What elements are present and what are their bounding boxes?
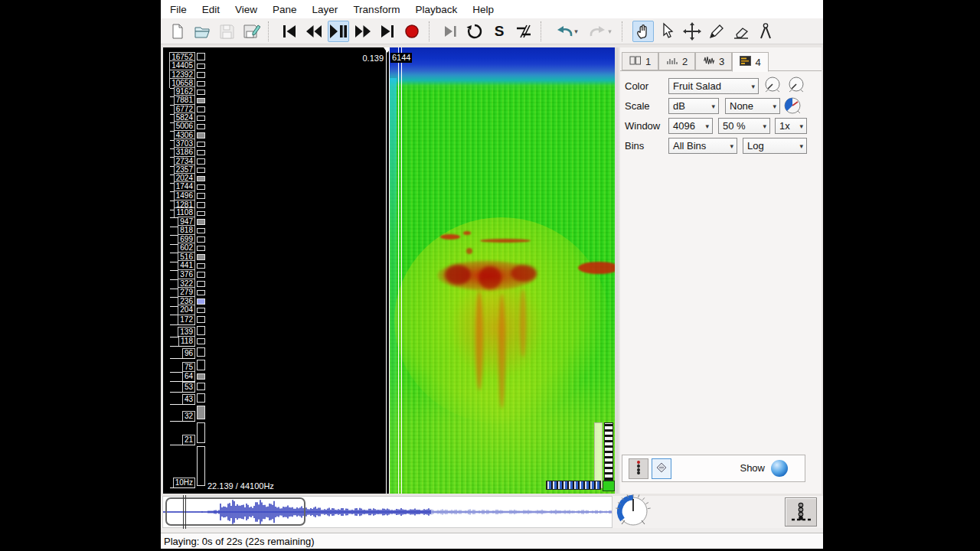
window-select-1[interactable]: 4096▾ [668, 118, 713, 134]
spectrogram-hotspot [475, 291, 483, 390]
scale-select-1[interactable]: dB▾ [668, 98, 719, 114]
menu-help[interactable]: Help [465, 2, 501, 18]
piano-key [197, 168, 205, 173]
color-knob[interactable] [763, 76, 782, 99]
dots-layer-button[interactable] [629, 458, 648, 479]
playback-speed-knob[interactable] [616, 494, 652, 533]
play-selection-button[interactable] [439, 21, 461, 42]
menu-pane[interactable]: Pane [265, 2, 305, 18]
overview-play-cursor[interactable] [183, 495, 186, 529]
menu-transform[interactable]: Transform [345, 2, 407, 18]
freq-axis-label: 10Hz [173, 478, 195, 487]
menu-view[interactable]: View [227, 2, 265, 18]
spectrogram[interactable]: 6144 [390, 47, 615, 494]
fast-forward-button[interactable] [352, 21, 374, 42]
open-file-button[interactable] [191, 21, 213, 42]
scale-select-2[interactable]: None▾ [725, 98, 780, 114]
play-pause-button[interactable] [328, 21, 349, 42]
draw-button[interactable] [706, 21, 727, 42]
export-button[interactable] [240, 21, 262, 42]
spectrogram-pane[interactable]: 1675214405123921065891627881677258245006… [162, 47, 619, 494]
freq-axis-label: 172 [178, 315, 195, 324]
skip-start-button[interactable] [279, 21, 300, 42]
select-icon [659, 22, 676, 41]
save-button[interactable] [216, 21, 237, 42]
solo-button[interactable]: S [488, 21, 510, 42]
redo-button[interactable]: ▾ [585, 21, 616, 42]
playback-level-button[interactable] [785, 497, 817, 527]
dropdown-caret-icon[interactable]: ▾ [608, 28, 612, 35]
piano-key [197, 211, 205, 217]
freq-axis-row: 53 [170, 382, 195, 393]
loop-button[interactable] [464, 21, 485, 42]
horizontal-zoom-thumbwheel[interactable] [546, 481, 601, 490]
select-button[interactable] [657, 21, 678, 42]
prop-label-window: Window [625, 120, 660, 132]
align-button[interactable] [513, 21, 534, 42]
freq-axis-row: 32 [170, 405, 195, 422]
freq-axis-label: 279 [178, 287, 195, 297]
vertical-zoom-thumbwheel[interactable] [604, 422, 613, 481]
freq-axis-label: 64 [182, 371, 195, 381]
freq-axis-label: 96 [182, 348, 195, 358]
zoom-reset-button[interactable] [603, 481, 615, 491]
tab-pane-3[interactable]: 3 [695, 52, 732, 70]
spectrogram-hotspot [466, 248, 472, 254]
menu-file[interactable]: File [162, 2, 194, 18]
overview-waveform[interactable] [162, 496, 612, 528]
pane-right-margin [615, 47, 619, 494]
tab-pane-2[interactable]: 2 [658, 52, 695, 70]
menu-layer[interactable]: Layer [305, 2, 346, 18]
properties-panel: 1234 ColorFruit Salad▾ScaledB▾None▾Windo… [620, 47, 822, 494]
color-select-1[interactable]: Fruit Salad▾ [668, 78, 759, 94]
piano-key [197, 193, 205, 198]
piano-key [197, 308, 205, 313]
select-value: None [730, 100, 753, 112]
navigate-icon [634, 22, 652, 41]
menu-playback[interactable]: Playback [407, 2, 465, 18]
chevron-down-icon: ▾ [773, 103, 776, 110]
scale-knob[interactable] [782, 96, 804, 120]
chevron-down-icon: ▾ [799, 142, 803, 150]
tab-label: 1 [645, 56, 651, 67]
window-select-2[interactable]: 50 %▾ [718, 118, 770, 134]
prop-label-bins: Bins [625, 140, 644, 152]
skip-end-button[interactable] [377, 21, 398, 42]
tab-pane-4[interactable]: 4 [732, 52, 769, 72]
bins-select-1[interactable]: All Bins▾ [668, 138, 737, 154]
prop-label-scale: Scale [625, 100, 650, 112]
rewind-button[interactable] [303, 21, 325, 42]
piano-key [197, 298, 205, 305]
new-file-button[interactable] [167, 21, 188, 42]
navigate-button[interactable] [632, 21, 654, 42]
visible-region-box[interactable] [165, 497, 305, 526]
undo-button[interactable]: ▾ [551, 21, 582, 42]
piano-key [197, 72, 205, 77]
measure-button[interactable] [755, 21, 776, 42]
bins-select-2[interactable]: Log▾ [743, 138, 807, 154]
freq-axis-label: 43 [182, 394, 195, 404]
toolbar-separator [429, 21, 433, 41]
redo-icon [589, 24, 607, 39]
erase-icon [732, 23, 750, 40]
piano-key [197, 422, 205, 444]
freq-axis-label: 32 [182, 411, 195, 421]
record-button[interactable] [401, 21, 423, 42]
menu-edit[interactable]: Edit [194, 2, 227, 18]
solo-icon: S [492, 23, 507, 40]
show-toggle-light[interactable] [771, 460, 788, 477]
spectrogram-icon [740, 56, 751, 68]
dropdown-caret-icon[interactable]: ▾ [574, 28, 578, 35]
piano-key [197, 176, 205, 181]
panes-icon [629, 56, 642, 67]
select-value: Fruit Salad [673, 80, 721, 92]
tab-pane-1[interactable]: 1 [622, 52, 658, 70]
move-button[interactable] [681, 21, 703, 42]
tab-label: 4 [755, 57, 760, 68]
erase-button[interactable] [730, 21, 752, 42]
window-select-3[interactable]: 1x▾ [775, 118, 807, 134]
chevron-down-icon: ▾ [751, 83, 755, 90]
playback-strip [161, 496, 823, 528]
spectrogram-layer-button[interactable] [652, 458, 671, 479]
toolbar-separator [541, 21, 545, 41]
